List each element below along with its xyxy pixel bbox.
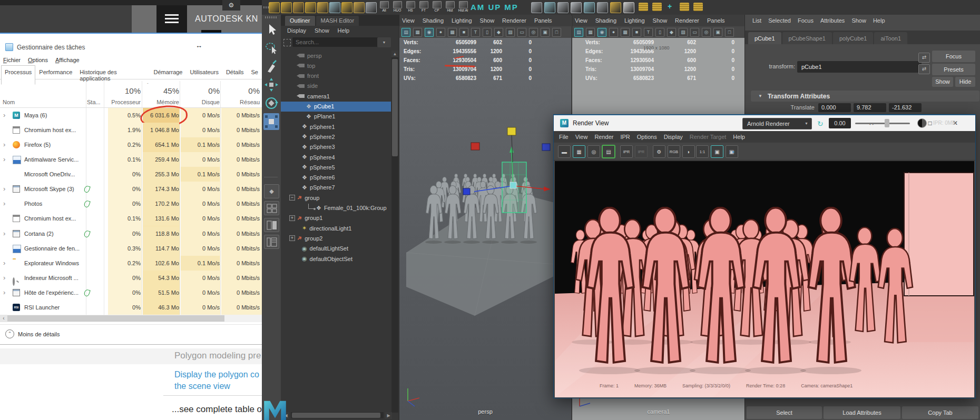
slider-thumb[interactable] bbox=[885, 119, 889, 127]
viewport-canvas[interactable]: Verts: 6505099 602 0 Edges: 19435556 120… bbox=[399, 38, 571, 420]
hide-button[interactable]: Hide bbox=[955, 77, 975, 87]
transform-name-field[interactable] bbox=[797, 61, 922, 73]
renderer-dropdown[interactable]: Arnold Renderer▼ bbox=[742, 118, 812, 129]
shelf-icon[interactable] bbox=[354, 2, 365, 13]
move-tool-icon[interactable] bbox=[263, 76, 279, 93]
outliner-item[interactable]: ◉ defaultLightSet bbox=[281, 244, 391, 254]
viewport-menu-item[interactable]: Panels bbox=[534, 17, 552, 24]
outliner-item[interactable]: ❖ pSphere6 bbox=[281, 173, 391, 183]
database-stack-icon[interactable] bbox=[680, 3, 689, 11]
shelf-icon[interactable] bbox=[571, 2, 582, 13]
render-view-window[interactable]: M Render View ↔ – □ ✕ FileViewRenderIPRO… bbox=[553, 114, 976, 398]
viewport-toolbar-icon[interactable]: ▦ bbox=[586, 28, 595, 37]
scrollbar-thumb[interactable] bbox=[7, 315, 224, 322]
outliner-horizontal-scrollbar[interactable] bbox=[291, 412, 384, 418]
database-stack-icon[interactable] bbox=[652, 3, 662, 11]
render-region-icon[interactable]: ▦ bbox=[573, 145, 585, 158]
shelf-tab-icon[interactable]: HUO bbox=[391, 1, 404, 13]
translate-y-field[interactable]: 9.782 bbox=[854, 103, 886, 112]
outliner-tab[interactable]: Outliner bbox=[285, 16, 315, 26]
snapshot-icon[interactable]: ◎ bbox=[587, 145, 600, 158]
render-view-menu-item[interactable]: File bbox=[559, 134, 569, 140]
process-row[interactable]: › Microsoft OneDriv... 0% 255.3 Mo 0.1 M… bbox=[0, 167, 262, 182]
presets-button[interactable]: Presets bbox=[932, 64, 975, 75]
outliner-item[interactable]: ❖ pSphere2 bbox=[281, 132, 391, 142]
attribute-editor-tab[interactable]: pCubeShape1 bbox=[782, 32, 832, 44]
expand-arrow-icon[interactable]: › bbox=[3, 196, 5, 211]
process-row[interactable]: › Chromium host ex... 0.1% 131.6 Mo 0 Mo… bbox=[0, 211, 262, 226]
pin-swap-icon[interactable]: ⇄ bbox=[918, 64, 930, 74]
menu-item[interactable]: Fichier bbox=[3, 57, 21, 63]
zoom-one-to-one-icon[interactable]: 1:1 bbox=[696, 145, 709, 158]
doc-link[interactable]: Display the polygon co bbox=[174, 370, 259, 379]
outliner-item[interactable]: ❖ Female_01_100k:Group bbox=[281, 203, 391, 213]
attribute-editor-menu-item[interactable]: Help bbox=[873, 17, 885, 24]
rotate-tool-icon[interactable] bbox=[263, 95, 279, 112]
outliner-item[interactable]: + ➔ group1 bbox=[281, 213, 391, 223]
viewport-menu-item[interactable]: Show bbox=[480, 17, 495, 24]
process-row[interactable]: › Cortana (2) 0% 118.8 Mo 0 Mo/s 0 Mbits… bbox=[0, 226, 262, 241]
outliner-search-input[interactable] bbox=[292, 37, 379, 47]
viewport-toolbar-icon[interactable]: ▦ bbox=[413, 28, 422, 37]
outliner-item[interactable]: ❖ pPlane1 bbox=[281, 112, 391, 122]
render-sequence-icon[interactable]: ▤ bbox=[602, 145, 615, 158]
expander-icon[interactable]: + bbox=[289, 215, 295, 221]
shelf-icon[interactable] bbox=[305, 2, 316, 13]
viewport-menu-item[interactable]: Renderer bbox=[502, 17, 526, 24]
shelf-icon[interactable] bbox=[597, 2, 608, 13]
ipr-pause-icon[interactable]: IPR bbox=[635, 145, 648, 158]
shelf-tab-icon[interactable]: FT bbox=[417, 1, 430, 13]
shelf-icon[interactable] bbox=[366, 2, 377, 13]
viewport-toolbar-icon[interactable]: ◎ bbox=[702, 28, 711, 37]
scroll-up-icon[interactable]: ▲ bbox=[391, 51, 398, 57]
render-view-menu-item[interactable]: IPR bbox=[620, 134, 630, 140]
outliner-item[interactable]: top bbox=[281, 61, 391, 71]
process-row[interactable]: › Antimalware Servic... 0.1% 259.4 Mo 0 … bbox=[0, 152, 262, 167]
outliner-item[interactable]: ✶ directionalLight1 bbox=[281, 223, 391, 233]
viewport-toolbar-icon[interactable]: ▭ bbox=[517, 28, 526, 37]
viewport-toolbar-icon[interactable]: ◉ bbox=[425, 28, 434, 37]
attribute-editor-menu-item[interactable]: List bbox=[752, 17, 761, 24]
cpu-total-percent[interactable]: 10% bbox=[108, 86, 141, 95]
task-manager-window[interactable]: Gestionnaire des tâches ↔ FichierOptions… bbox=[0, 33, 262, 345]
expand-arrow-icon[interactable]: › bbox=[3, 108, 5, 123]
rendered-image[interactable]: Frame: 1Memory: 36MBSampling: (3/3/3/2/0… bbox=[555, 161, 974, 397]
attribute-editor-tab[interactable]: pCube1 bbox=[748, 32, 781, 44]
process-row[interactable]: › M Maya (6) 0.5% 6 031.6 Mo 0 Mo/s 0 Mb… bbox=[0, 108, 262, 123]
less-details-button[interactable]: Moins de détails bbox=[18, 331, 60, 337]
outliner-item[interactable]: ❖ pCube1 bbox=[281, 102, 391, 112]
viewport-toolbar-icon[interactable]: □ bbox=[552, 28, 561, 37]
outliner-menu-item[interactable]: Show bbox=[315, 27, 329, 34]
outliner-item[interactable]: side bbox=[281, 81, 391, 91]
render-view-menu-item[interactable]: Options bbox=[637, 134, 657, 140]
viewport-menu-item[interactable]: Shading bbox=[595, 17, 616, 24]
viewport-toolbar-icon[interactable]: T bbox=[471, 28, 480, 37]
disk-column-header[interactable]: Disque bbox=[181, 99, 220, 105]
viewport-toolbar-icon[interactable]: ▭ bbox=[690, 28, 699, 37]
process-row[interactable]: › Photos 0% 170.2 Mo 0 Mo/s 0 Mbits/s bbox=[0, 196, 262, 211]
process-row[interactable]: › Chromium host ex... 1.9% 1 046.8 Mo 0 … bbox=[0, 123, 262, 137]
grid-plus-icon[interactable]: + bbox=[668, 2, 672, 11]
process-row[interactable]: › Gestionnaire de fen... 0.3% 114.7 Mo 0… bbox=[0, 241, 262, 256]
outliner-item[interactable]: camera1 bbox=[281, 91, 391, 101]
viewport-persp[interactable]: ViewShadingLightingShowRendererPanels ▤▦… bbox=[399, 15, 571, 420]
shelf-tab-icon[interactable]: HS bbox=[404, 1, 417, 13]
remove-image-icon[interactable]: ▣× bbox=[726, 145, 738, 158]
horizontal-scrollbar[interactable]: ‹ bbox=[0, 315, 262, 322]
attribute-editor-menu-item[interactable]: Focus bbox=[798, 17, 814, 24]
search-options-dropdown[interactable]: ▼ bbox=[377, 37, 391, 47]
shelf-icon[interactable] bbox=[269, 2, 280, 13]
task-manager-tab[interactable]: Démarrage bbox=[150, 65, 186, 85]
gear-icon[interactable]: ⚙ bbox=[222, 0, 240, 11]
network-column-header[interactable]: Réseau bbox=[221, 99, 260, 105]
viewport-toolbar-icon[interactable]: □ bbox=[725, 28, 734, 37]
shelf-icon[interactable] bbox=[329, 2, 340, 13]
process-row[interactable]: › Firefox (5) 0.2% 654.1 Mo 0.1 Mo/s 0 M… bbox=[0, 137, 262, 152]
expand-arrow-icon[interactable]: › bbox=[3, 271, 5, 285]
status-column-header[interactable]: Sta... bbox=[87, 99, 101, 105]
viewport-menu-item[interactable]: View bbox=[402, 17, 415, 24]
scrollbar-thumb[interactable] bbox=[292, 413, 380, 418]
shelf-tab-icon[interactable]: CP bbox=[430, 1, 443, 13]
transform-attributes-section-header[interactable]: ▼ Transform Attributes bbox=[751, 91, 979, 102]
network-total-percent[interactable]: 0% bbox=[221, 86, 260, 95]
